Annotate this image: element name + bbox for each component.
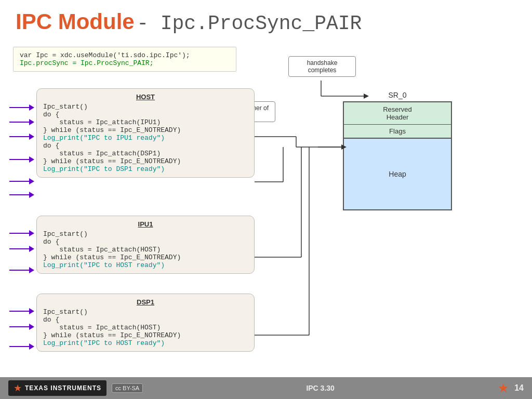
dsp1-box: DSP1 Ipc_start() do { status = Ipc_attac… xyxy=(36,294,255,352)
callout-handshake: handshake completes xyxy=(288,56,356,77)
ipu1-arrow-2 xyxy=(9,245,35,252)
code-top-line1: var Ipc = xdc.useModule('ti.sdo.ipc.Ipc'… xyxy=(20,51,230,59)
host-title: HOST xyxy=(43,93,248,101)
dsp1-arrow-2 xyxy=(9,323,35,330)
footer: ★ TEXAS INSTRUMENTS cc BY-SA IPC 3.30 ★ … xyxy=(0,377,532,399)
ti-company-name: TEXAS INSTRUMENTS xyxy=(25,384,101,392)
host-arrow-1 xyxy=(9,104,35,111)
host-arrow-6 xyxy=(9,191,35,198)
title-bold: IPC Module xyxy=(16,9,135,34)
sr0-flags: Flags xyxy=(344,125,451,139)
sr0-diagram: SR_0 ReservedHeader Flags Heap xyxy=(343,91,452,210)
ipu1-box: IPU1 Ipc_start() do { status = Ipc_attac… xyxy=(36,216,255,274)
host-arrow-2 xyxy=(9,118,35,126)
host-box: HOST Ipc_start() do { status = Ipc_attac… xyxy=(36,88,255,178)
ipu1-arrow-1 xyxy=(9,230,35,237)
host-arrow-4 xyxy=(9,156,35,163)
dsp1-title: DSP1 xyxy=(43,298,248,306)
host-arrow-3 xyxy=(9,133,35,140)
ipu1-arrow-3 xyxy=(9,267,35,274)
dsp1-arrow-1 xyxy=(9,308,35,315)
ti-logo: ★ TEXAS INSTRUMENTS xyxy=(8,380,107,396)
sr0-heap: Heap xyxy=(344,139,451,209)
slide: IPC Module - Ipc.ProcSync_PAIR var Ipc =… xyxy=(0,0,532,399)
cc-license: cc BY-SA xyxy=(112,383,143,393)
footer-center: IPC 3.30 xyxy=(306,384,334,392)
footer-left: ★ TEXAS INSTRUMENTS cc BY-SA xyxy=(8,380,143,396)
title-area: IPC Module - Ipc.ProcSync_PAIR xyxy=(0,0,532,40)
ipu1-title: IPU1 xyxy=(43,220,248,228)
dsp1-arrow-3 xyxy=(9,343,35,350)
code-top-line2: Ipc.procSync = Ipc.ProcSync_PAIR; xyxy=(20,59,230,67)
footer-right: ★ 14 xyxy=(498,381,524,395)
host-arrow-5 xyxy=(9,178,35,185)
code-top-box: var Ipc = xdc.useModule('ti.sdo.ipc.Ipc'… xyxy=(13,47,236,72)
sr0-label: SR_0 xyxy=(343,91,452,99)
title-mono: - Ipc.ProcSync_PAIR xyxy=(137,12,362,35)
sr0-box: ReservedHeader Flags Heap xyxy=(343,101,452,210)
sr0-reserved: ReservedHeader xyxy=(344,102,451,125)
footer-page: 14 xyxy=(514,383,524,393)
